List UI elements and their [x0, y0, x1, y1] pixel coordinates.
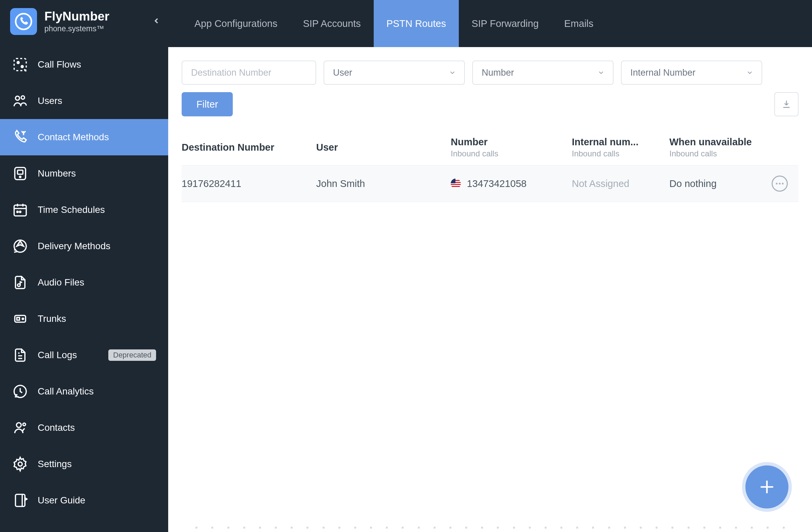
sidebar-item-call-flows[interactable]: Call Flows [0, 46, 168, 83]
sidebar-item-users[interactable]: Users [0, 83, 168, 119]
logs-icon [12, 347, 28, 363]
sidebar-item-label: Call Analytics [38, 386, 156, 397]
select-label: Number [482, 68, 514, 78]
number-select[interactable]: Number [472, 60, 613, 85]
col-internal: Internal num... [572, 136, 669, 148]
tab-sip-forwarding[interactable]: SIP Forwarding [459, 0, 551, 47]
svg-point-4 [15, 96, 19, 100]
analytics-icon [12, 383, 28, 399]
sidebar-item-call-logs[interactable]: Call Logs Deprecated [0, 337, 168, 373]
svg-rect-21 [15, 494, 25, 506]
audio-icon [12, 275, 28, 291]
cell-internal: Not Assigned [572, 178, 669, 189]
sidebar-item-settings[interactable]: Settings [0, 446, 168, 482]
sidebar-item-label: Contacts [38, 423, 156, 433]
cell-destination: 19176282411 [182, 178, 316, 189]
sidebar-item-audio-files[interactable]: Audio Files [0, 264, 168, 301]
col-number: Number [451, 136, 572, 148]
svg-point-2 [17, 61, 19, 63]
tab-label: PSTN Routes [387, 18, 446, 29]
phone-icon [14, 12, 33, 31]
sidebar-item-label: Time Schedules [38, 205, 156, 215]
sidebar-item-label: Call Flows [38, 59, 156, 70]
dots-icon [775, 182, 784, 185]
chevron-left-icon [152, 16, 161, 25]
brand-subtitle: phone.systems™ [44, 24, 109, 33]
sidebar-item-label: Delivery Methods [38, 241, 156, 252]
collapse-sidebar-button[interactable] [152, 16, 161, 27]
table-row[interactable]: 19176282411 John Smith 13473421058 Not A… [182, 165, 799, 202]
chevron-down-icon [746, 69, 753, 76]
internal-number-select[interactable]: Internal Number [621, 60, 762, 85]
sidebar-item-user-guide[interactable]: User Guide [0, 482, 168, 519]
tab-emails[interactable]: Emails [551, 0, 606, 47]
cell-unavailable: Do nothing [669, 178, 772, 189]
trunks-icon [12, 311, 28, 327]
routes-table: Destination Number User NumberInbound ca… [182, 136, 799, 202]
cell-number-value: 13473421058 [467, 178, 526, 189]
tab-label: SIP Accounts [303, 18, 361, 29]
svg-rect-27 [451, 179, 455, 183]
svg-rect-9 [14, 205, 26, 216]
sidebar-item-trunks[interactable]: Trunks [0, 301, 168, 337]
cell-number: 13473421058 [451, 178, 572, 189]
resize-handle[interactable] [168, 527, 812, 529]
chevron-down-icon [449, 69, 456, 76]
svg-point-30 [782, 183, 784, 184]
col-destination: Destination Number [182, 142, 316, 153]
select-label: User [333, 68, 352, 78]
svg-rect-7 [17, 170, 23, 174]
table-header: Destination Number User NumberInbound ca… [182, 136, 799, 165]
tab-sip-accounts[interactable]: SIP Accounts [290, 0, 374, 47]
user-select[interactable]: User [323, 60, 465, 85]
contacts-icon [12, 420, 28, 436]
sidebar-item-label: Settings [38, 459, 156, 470]
sidebar-item-call-analytics[interactable]: Call Analytics [0, 373, 168, 410]
calendar-icon [12, 202, 28, 218]
filter-button[interactable]: Filter [182, 92, 233, 116]
tabs-bar: App Configurations SIP Accounts PSTN Rou… [168, 0, 812, 47]
svg-point-11 [19, 211, 21, 212]
tab-label: Emails [564, 18, 593, 29]
sidebar-item-delivery-methods[interactable]: Delivery Methods [0, 228, 168, 264]
select-label: Internal Number [630, 68, 696, 78]
svg-rect-1 [14, 59, 26, 71]
row-actions-button[interactable] [772, 176, 788, 192]
brand-title: FlyNumber [44, 10, 109, 24]
cell-user: John Smith [316, 178, 451, 189]
col-number-sub: Inbound calls [451, 149, 572, 158]
tab-label: SIP Forwarding [472, 18, 538, 29]
deprecated-badge: Deprecated [108, 350, 156, 361]
users-icon [12, 93, 28, 109]
plus-icon [757, 477, 776, 496]
svg-rect-26 [451, 186, 461, 187]
contact-methods-icon [12, 129, 28, 145]
sidebar-item-contact-methods[interactable]: Contact Methods [0, 119, 168, 156]
sidebar-item-numbers[interactable]: Numbers [0, 156, 168, 192]
svg-point-20 [18, 462, 22, 466]
sidebar-item-label: Audio Files [38, 277, 156, 288]
sidebar-item-time-schedules[interactable]: Time Schedules [0, 192, 168, 228]
delivery-icon [12, 238, 28, 254]
add-button[interactable] [745, 466, 788, 508]
destination-number-input[interactable] [182, 60, 316, 85]
svg-rect-25 [451, 184, 461, 185]
download-button[interactable] [774, 92, 799, 116]
filter-row: User Number Internal Number [182, 60, 799, 85]
tab-app-configurations[interactable]: App Configurations [182, 0, 290, 47]
sidebar-item-label: Users [38, 95, 156, 106]
us-flag-icon [451, 179, 461, 189]
sidebar-item-contacts[interactable]: Contacts [0, 410, 168, 446]
tab-pstn-routes[interactable]: PSTN Routes [374, 0, 459, 47]
sidebar-item-label: Call Logs [38, 350, 99, 360]
svg-point-16 [22, 318, 24, 320]
svg-point-10 [17, 211, 18, 212]
svg-point-8 [19, 176, 21, 178]
sidebar-item-label: User Guide [38, 495, 156, 506]
content: User Number Internal Number Filter [168, 47, 812, 532]
download-icon [781, 99, 792, 109]
call-flows-icon [12, 57, 28, 73]
sidebar: FlyNumber phone.systems™ Call Flows User… [0, 0, 168, 532]
svg-rect-15 [17, 317, 19, 320]
svg-point-28 [776, 183, 778, 184]
